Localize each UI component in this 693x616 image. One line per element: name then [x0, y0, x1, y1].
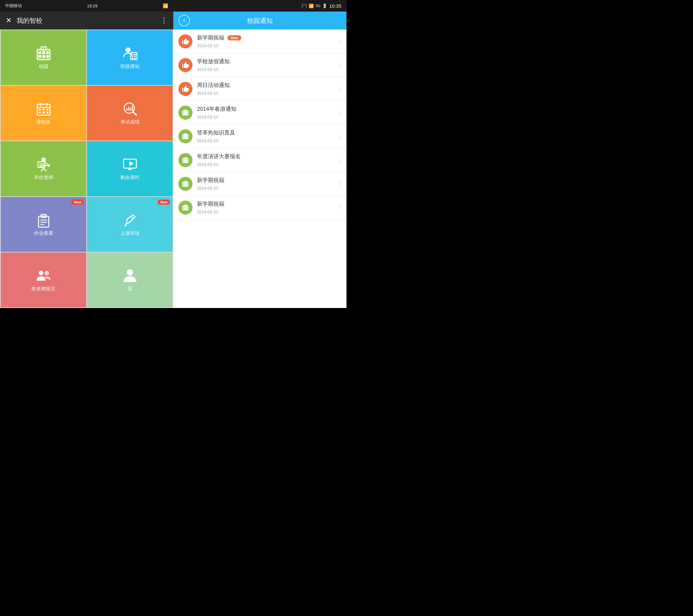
notice-title-row: 新学期祝福	[197, 176, 337, 184]
grid-item-evaluate[interactable]: 评价老师	[1, 141, 86, 196]
svg-rect-91	[185, 207, 186, 208]
svg-rect-85	[186, 183, 188, 184]
notice-avatar	[178, 58, 193, 72]
svg-rect-88	[186, 185, 188, 186]
vibrate-icon: 📳	[302, 3, 307, 8]
notice-title-row: 周日活动通知	[197, 81, 337, 89]
notice-content: 年度演讲大赛报名 2014-02-10	[197, 153, 337, 167]
notice-content: 登革热知识普及 2014-02-10	[197, 129, 337, 143]
svg-rect-62	[183, 112, 184, 113]
homework-new-badge: New	[71, 200, 84, 205]
notice-avatar	[178, 82, 193, 96]
grid-item-remaining[interactable]: 剩余课时	[87, 141, 173, 196]
new-badge: New	[227, 35, 241, 40]
notice-title: 新学期祝福	[197, 34, 224, 41]
grid-item-class-notice[interactable]: 班级通知	[87, 30, 173, 85]
me-label: 我	[127, 286, 132, 292]
notice-item[interactable]: 新学期祝福 New 2014-02-10 ›	[173, 29, 346, 53]
svg-rect-76	[183, 159, 184, 161]
notice-avatar	[178, 177, 193, 191]
right-status-bar: 📳 📶 3G 🔋 10:35	[173, 0, 346, 12]
notice-title: 年度演讲大赛报名	[197, 153, 241, 160]
notice-item[interactable]: 登革热知识普及 2014-02-10 ›	[173, 124, 346, 148]
grid-item-schedule[interactable]: 课程表	[1, 86, 86, 141]
notice-content: 新学期祝福 2014-02-10	[197, 176, 337, 191]
exam-label: 考试成绩	[120, 119, 140, 125]
svg-rect-71	[186, 136, 188, 137]
svg-rect-3	[42, 51, 45, 54]
svg-rect-28	[46, 112, 48, 113]
grid-item-school[interactable]: 校园	[1, 30, 86, 85]
svg-rect-69	[183, 136, 184, 137]
notice-item[interactable]: 学校放假通知 2014-02-10 ›	[173, 53, 346, 77]
close-button[interactable]: ✕	[6, 16, 12, 25]
notice-date: 2014-02-10	[197, 210, 218, 214]
grid-item-homework[interactable]: New 作业查看	[1, 197, 86, 252]
svg-rect-64	[186, 112, 188, 113]
svg-rect-73	[185, 137, 186, 138]
right-title: 校园通知	[194, 16, 341, 25]
svg-rect-72	[183, 137, 184, 138]
notice-content: 新学期祝福 2014-02-10	[197, 200, 337, 215]
comment-new-badge: New	[158, 200, 170, 205]
svg-rect-16	[134, 56, 136, 57]
school-label: 校园	[39, 63, 48, 69]
class-comment-label: 上课评语	[120, 230, 140, 236]
notice-content: 学校放假通知 2014-02-10	[197, 58, 337, 72]
svg-rect-24	[43, 109, 45, 111]
notice-item[interactable]: 新学期祝福 2014-02-10 ›	[173, 172, 346, 196]
more-button[interactable]: ⋮	[160, 16, 167, 25]
svg-rect-65	[183, 114, 184, 115]
svg-rect-15	[132, 56, 133, 57]
svg-rect-83	[183, 183, 184, 184]
svg-point-59	[45, 271, 49, 275]
svg-line-39	[41, 168, 44, 171]
chat-people-icon	[36, 268, 51, 283]
homework-label: 作业查看	[34, 230, 53, 236]
svg-rect-25	[46, 109, 48, 111]
svg-rect-87	[185, 185, 186, 186]
app-grid: 校园 班级通知	[0, 29, 173, 308]
svg-point-58	[39, 271, 43, 275]
svg-rect-90	[183, 207, 184, 208]
notice-avatar	[178, 105, 193, 120]
chart-magnify-icon	[122, 101, 138, 117]
notice-title: 登革热知识普及	[197, 129, 235, 136]
left-title: 我的智校	[17, 16, 155, 25]
svg-rect-86	[183, 185, 184, 186]
svg-line-56	[131, 217, 133, 219]
grid-item-me[interactable]: 我	[87, 253, 173, 307]
svg-rect-95	[186, 208, 188, 210]
chevron-right-icon: ›	[339, 109, 341, 116]
notice-item[interactable]: 新学期祝福 2014-02-10 ›	[173, 196, 346, 219]
notice-title-row: 新学期祝福	[197, 200, 337, 207]
back-button[interactable]: ‹	[178, 15, 190, 26]
notice-item[interactable]: 年度演讲大赛报名 2014-02-10 ›	[173, 148, 346, 172]
svg-line-40	[44, 168, 46, 171]
notice-avatar	[178, 34, 193, 48]
svg-rect-2	[39, 51, 41, 54]
chevron-right-icon: ›	[339, 204, 341, 211]
notice-item[interactable]: 周日活动通知 2014-02-10 ›	[173, 77, 346, 101]
left-panel: ✕ 我的智校 ⋮ 校园	[0, 12, 173, 308]
svg-rect-94	[185, 208, 186, 210]
class-notice-label: 班级通知	[120, 63, 140, 69]
notice-title: 周日活动通知	[197, 81, 230, 89]
building-icon	[36, 45, 51, 61]
notice-date: 2014-02-10	[197, 186, 218, 191]
grid-item-message[interactable]: 给老师留言	[1, 253, 86, 307]
svg-rect-6	[42, 55, 45, 58]
svg-rect-78	[186, 159, 188, 161]
grid-item-exam[interactable]: 考试成绩	[87, 86, 173, 141]
grid-item-class-comment[interactable]: New 上课评语	[87, 197, 173, 252]
notice-date: 2014-02-10	[197, 115, 218, 119]
svg-rect-26	[39, 112, 41, 113]
notice-title: 2014年春游通知	[197, 105, 236, 113]
signal-icon: 3G	[316, 4, 320, 8]
svg-point-10	[125, 47, 131, 53]
svg-rect-18	[134, 58, 136, 59]
notice-item[interactable]: 2014年春游通知 2014-02-10 ›	[173, 101, 346, 124]
carrier-label: 中国移动	[5, 3, 22, 9]
svg-rect-77	[185, 159, 186, 161]
svg-rect-4	[46, 51, 49, 54]
